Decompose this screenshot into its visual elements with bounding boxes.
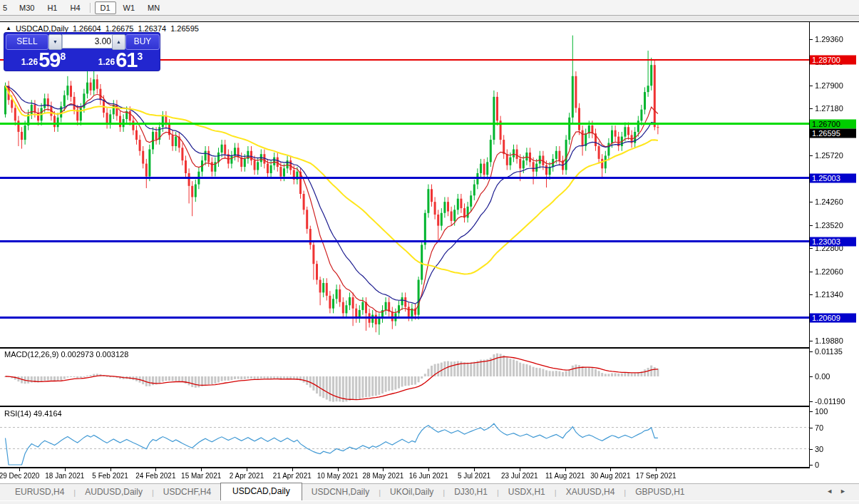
chart-tab-bar: EURUSD,H4|AUDUSD,Daily|USDCHF,H4USDCAD,D… [0,483,859,500]
timeframe-button-w1[interactable]: W1 [118,1,141,14]
date-tickmark [19,468,20,471]
tab-scroll-right-icon[interactable]: ► [840,488,853,495]
timeframe-button-mn[interactable]: MN [142,1,165,14]
tab-gbpusd-h1[interactable]: GBPUSD,H1 [626,484,694,500]
date-tickmark [383,468,384,471]
tab-dj30-h1[interactable]: DJ30,H1 [445,484,497,500]
date-label-6: 21 Apr 2021 [273,472,312,480]
date-tickmark [338,468,339,471]
date-label-9: 16 Jun 2021 [409,472,448,480]
tab-usdx-h1[interactable]: USDX,H1 [499,484,555,500]
date-tickmark [155,468,156,471]
tab-eurusd-h4[interactable]: EURUSD,H4 [6,484,73,500]
timeframe-button-h4[interactable]: H4 [64,1,86,14]
date-label-4: 15 Mar 2021 [181,472,221,480]
date-label-1: 18 Jan 2021 [45,472,84,480]
date-label-5: 2 Apr 2021 [230,472,264,480]
date-tickmark [565,468,566,471]
tab-scroll-left-icon[interactable]: ◄ [826,488,840,495]
timeframe-button-m30[interactable]: M30 [14,1,40,14]
tab-usdchf-h4[interactable]: USDCHF,H4 [154,484,220,500]
window-frame-strip [0,16,859,21]
date-tickmark [610,468,611,471]
mt4-window: 5M30H1H4D1W1MN ▲ USDCAD,Daily 1.26604 1.… [0,0,859,504]
date-tickmark [247,468,247,471]
tab-usdcad-daily[interactable]: USDCAD,Daily [220,483,302,500]
date-label-7: 10 May 2021 [317,472,359,480]
date-label-14: 17 Sep 2021 [636,472,677,480]
timeframe-toolbar: 5M30H1H4D1W1MN [0,0,859,16]
date-axis[interactable]: 29 Dec 202018 Jan 20215 Feb 202124 Feb 2… [0,21,859,483]
date-tickmark [201,468,202,471]
date-tickmark [65,468,66,471]
date-label-8: 28 May 2021 [362,472,403,480]
timeframe-button-5[interactable]: 5 [1,1,12,14]
date-label-2: 5 Feb 2021 [92,472,128,480]
tab-audusd-daily[interactable]: AUDUSD,Daily [76,484,152,500]
date-label-11: 23 Jul 2021 [501,472,538,480]
date-tickmark [474,468,475,471]
status-bar [0,500,859,504]
date-label-12: 11 Aug 2021 [545,472,585,480]
tab-ukoil-daily[interactable]: UKOil,Daily [381,484,443,500]
tab-usdcnh-daily[interactable]: USDCNH,Daily [302,484,379,500]
toolbar-separator [90,3,91,13]
date-tickmark [520,468,520,471]
date-tickmark [292,468,293,471]
date-label-13: 30 Aug 2021 [590,472,630,480]
date-tickmark [428,468,429,471]
date-tickmark [110,468,111,471]
timeframe-button-d1[interactable]: D1 [95,1,116,14]
date-label-3: 24 Feb 2021 [135,472,175,480]
date-label-0: 29 Dec 2020 [0,472,39,480]
date-tickmark [656,468,657,471]
date-label-10: 5 Jul 2021 [458,472,490,480]
chart-area: ▲ USDCAD,Daily 1.26604 1.26675 1.26374 1… [0,21,859,483]
tab-xauusd-h4[interactable]: XAUUSD,H4 [557,484,624,500]
timeframe-button-h1[interactable]: H1 [41,1,63,14]
tab-scroll-arrows[interactable]: ◄► [826,488,853,495]
